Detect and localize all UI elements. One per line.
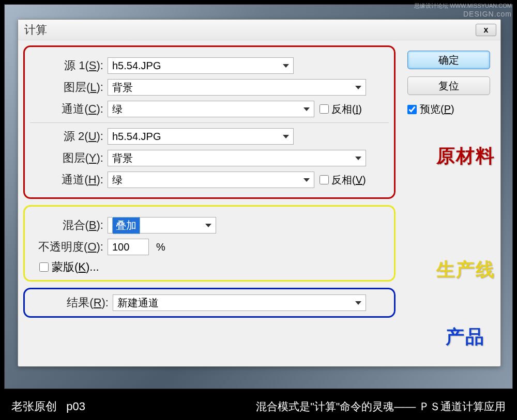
blend-mode-dropdown[interactable]: 叠加 bbox=[108, 217, 216, 234]
footer: 老张原创 p03 混合模式是"计算"命令的灵魂—— ＰＳ通道计算应用 bbox=[0, 393, 517, 420]
source1-invert-checkbox[interactable] bbox=[320, 104, 329, 114]
chevron-down-icon bbox=[303, 178, 310, 182]
source2-dropdown[interactable]: h5.54.JPG bbox=[108, 128, 294, 145]
sources-group: 源 1(S): h5.54.JPG 图层(L): 背景 bbox=[23, 45, 396, 199]
close-icon: x bbox=[484, 25, 489, 35]
chevron-down-icon bbox=[283, 135, 289, 138]
footer-caption: 混合模式是"计算"命令的灵魂—— ＰＳ通道计算应用 bbox=[256, 399, 506, 414]
mask-label: 蒙版(K)... bbox=[52, 259, 99, 275]
annotation-product: 产品 bbox=[446, 324, 485, 350]
divider bbox=[30, 122, 389, 123]
preview-checkbox[interactable] bbox=[407, 105, 417, 114]
mask-checkbox[interactable] bbox=[39, 262, 49, 272]
result-group: 结果(R): 新建通道 bbox=[23, 288, 396, 318]
source2-channel-dropdown[interactable]: 绿 bbox=[108, 172, 314, 188]
chevron-down-icon bbox=[283, 64, 289, 68]
opacity-input[interactable]: 100 bbox=[108, 239, 149, 255]
title-bar: 计算 x bbox=[18, 20, 500, 40]
close-button[interactable]: x bbox=[476, 24, 496, 36]
source1-layer-dropdown[interactable]: 背景 bbox=[108, 79, 366, 96]
source1-layer-label: 图层(L): bbox=[30, 80, 108, 95]
preview-checkbox-row[interactable]: 预览(P) bbox=[407, 102, 493, 116]
chevron-down-icon bbox=[205, 224, 211, 227]
annotation-production-line: 生产线 bbox=[436, 257, 495, 283]
source1-dropdown[interactable]: h5.54.JPG bbox=[108, 57, 294, 74]
source1-label: 源 1(S): bbox=[30, 58, 108, 73]
watermark: 思缘设计论坛 WWW.MISSYUAN.COM DESIGN.com bbox=[414, 2, 512, 18]
opacity-unit: % bbox=[156, 241, 165, 253]
source2-layer-dropdown[interactable]: 背景 bbox=[108, 150, 366, 166]
footer-author: 老张原创 p03 bbox=[11, 399, 85, 414]
ok-button[interactable]: 确定 bbox=[407, 51, 490, 69]
source2-layer-label: 图层(Y): bbox=[30, 150, 108, 166]
source1-channel-dropdown[interactable]: 绿 bbox=[108, 101, 314, 117]
source1-invert[interactable]: 反相(I) bbox=[320, 102, 362, 116]
chevron-down-icon bbox=[355, 157, 361, 160]
blend-group: 混合(B): 叠加 不透明度(O): 100 % bbox=[23, 205, 396, 282]
chevron-down-icon bbox=[355, 86, 361, 89]
result-dropdown[interactable]: 新建通道 bbox=[113, 294, 366, 311]
chevron-down-icon bbox=[355, 301, 361, 305]
result-label: 结果(R): bbox=[30, 295, 113, 310]
chevron-down-icon bbox=[303, 107, 310, 111]
annotation-raw-material: 原材料 bbox=[436, 144, 495, 169]
source2-channel-label: 通道(H): bbox=[30, 172, 108, 188]
outer-frame: 计算 x 源 1(S): h5.54.JPG bbox=[4, 4, 513, 389]
source2-label: 源 2(U): bbox=[30, 129, 108, 144]
opacity-label: 不透明度(O): bbox=[30, 239, 108, 255]
source2-invert-checkbox[interactable] bbox=[320, 175, 329, 184]
blend-label: 混合(B): bbox=[30, 217, 108, 233]
calculations-dialog: 计算 x 源 1(S): h5.54.JPG bbox=[18, 19, 501, 367]
source2-invert[interactable]: 反相(V) bbox=[320, 173, 366, 187]
dialog-title: 计算 bbox=[22, 22, 47, 38]
source1-channel-label: 通道(C): bbox=[30, 101, 108, 117]
cancel-button[interactable]: 复位 bbox=[407, 76, 490, 95]
